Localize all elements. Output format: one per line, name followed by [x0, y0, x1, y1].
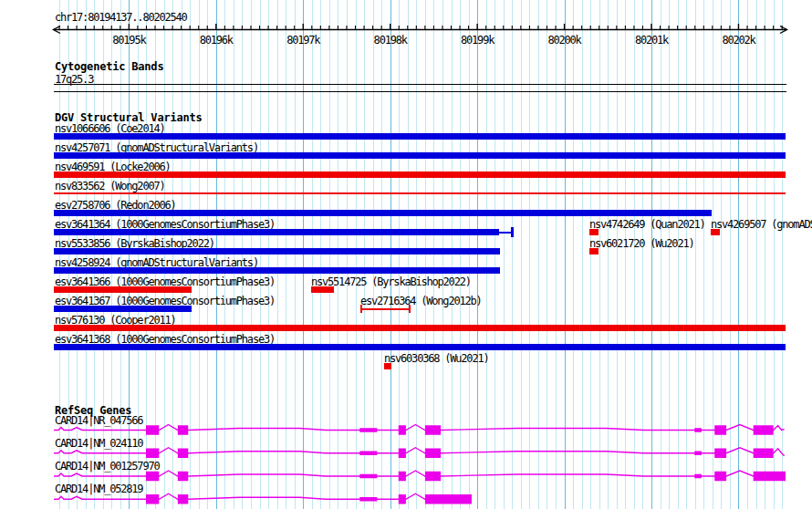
refseq-track: CARD14|NR_047566CARD14|NM_024110CARD14|N… — [0, 0, 812, 509]
gene-label-NM_024110[interactable]: CARD14|NM_024110 — [55, 438, 142, 450]
gene-label-NR_047566[interactable]: CARD14|NR_047566 — [55, 415, 142, 427]
gene-label-NM_052819[interactable]: CARD14|NM_052819 — [55, 483, 142, 495]
gene-label-NM_001257970[interactable]: CARD14|NM_001257970 — [55, 461, 159, 473]
genome-browser-view: 80195k80196k80197k80198k80199k80200k8020… — [0, 0, 812, 509]
